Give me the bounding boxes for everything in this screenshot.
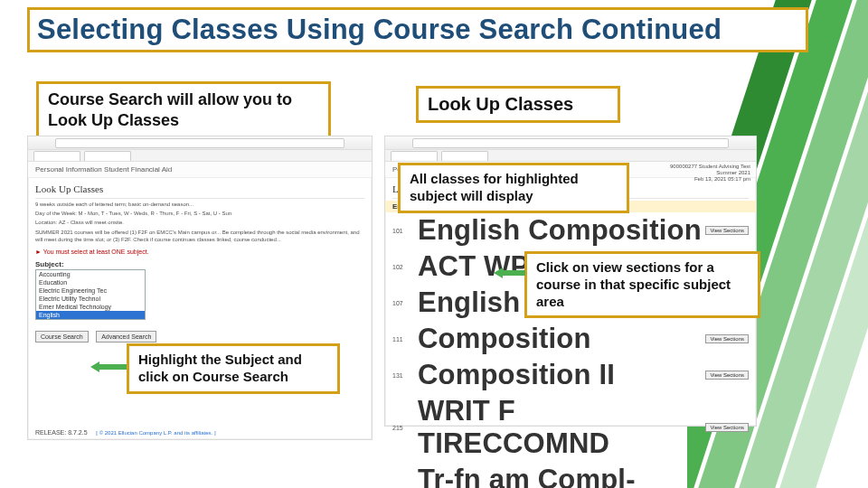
course-search-button[interactable]: Course Search [35,331,89,343]
course-code: 101 [392,228,418,234]
subject-option[interactable]: Accounting [36,270,145,278]
required-subject-note: ► You must select at least ONE subject. [28,245,372,258]
subject-option[interactable]: Emer Medical Technology [36,303,145,311]
footer: RELEASE: 8.7.2.5 [ © 2021 Ellucian Compa… [35,429,216,436]
location-line: Location: AZ - Class will meet onsite. [28,219,372,228]
course-title: WRIT F TIRECCOMND [418,395,705,460]
course-code: 131 [392,372,418,379]
subject-select[interactable]: AccountingEducationElectric Engineering … [35,269,146,320]
browser-chrome [28,136,372,150]
term-line: 9 weeks outside each of lettered term; b… [28,201,372,210]
course-row: 111CompositionView Sections [385,321,756,357]
subject-label: Subject: [28,258,372,268]
callout-view-sections: Click on view sections for a course in t… [524,251,760,318]
browser-tabs [28,150,372,162]
breadcrumb: Personal Information Student Financial A… [28,162,372,178]
view-sections-button[interactable]: View Sections [705,334,749,343]
subject-option[interactable]: Electric Engineering Tec [36,286,145,295]
subject-option[interactable]: Electric Utility Technol [36,295,145,303]
title-container: Selecting Classes Using Course Search Co… [27,7,808,52]
subject-option[interactable]: English [36,311,145,319]
course-code: 111 [392,336,418,343]
advanced-search-button[interactable]: Advanced Search [96,331,156,343]
course-title: Composition II [418,359,705,391]
view-sections-button[interactable]: View Sections [705,423,749,432]
callout-classes-display: All classes for highlighted subject will… [398,163,629,213]
course-row: 101English CompositionView Sections [385,212,756,249]
callout-lookup: Look Up Classes [416,86,620,123]
view-sections-button[interactable]: View Sections [705,371,749,380]
user-info: 900000277 Student Advising Test Summer 2… [670,164,750,183]
course-row: 215WRIT F TIRECCOMNDView Sections [385,393,756,462]
page-heading: Look Up Classes [28,178,372,196]
release-label: RELEASE: 8.7.2.5 [35,429,88,436]
footer-text: © 2021 Ellucian Company L.P. and its aff… [99,430,213,436]
browser-tabs [385,150,756,162]
screenshot-course-search: Personal Information Student Financial A… [27,136,373,440]
day-of-week-legend: Day of the Week: M - Mon, T - Tues, W - … [28,210,372,219]
course-code: 107 [392,300,418,306]
subject-option[interactable]: Education [36,278,145,286]
course-title: Composition [418,323,705,355]
course-code: 215 [392,425,418,431]
course-row: 216Tr-fn am Compl-Entry T. p. 2View Sect… [385,462,756,488]
browser-chrome [385,136,756,150]
course-row: 131Composition IIView Sections [385,357,756,393]
summer-blurb: SUMMER 2021 courses will be offered (1) … [28,227,372,245]
slide-title: Selecting Classes Using Course Search Co… [37,14,798,46]
callout-highlight-subject: Highlight the Subject and click on Cours… [127,343,340,394]
course-title: Tr-fn am Compl-Entry T. p. 2 [418,464,705,488]
view-sections-button[interactable]: View Sections [705,226,749,235]
callout-intro: Course Search will allow you to Look Up … [36,81,331,138]
course-title: English Composition [418,214,705,247]
course-code: 102 [392,264,418,270]
